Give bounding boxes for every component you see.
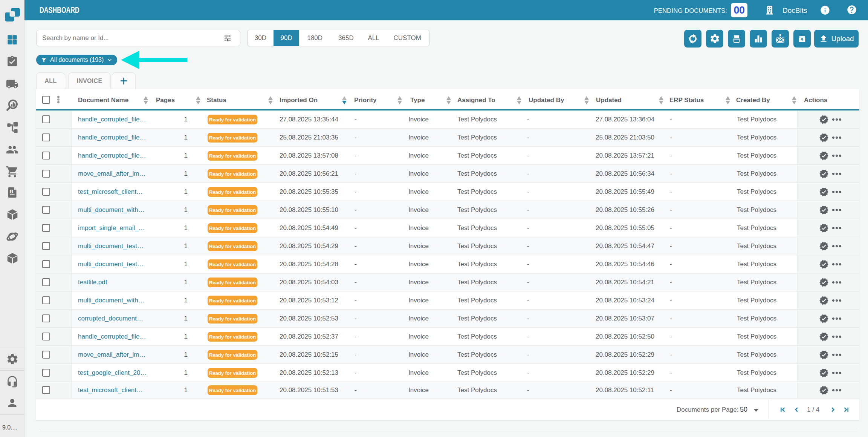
svg-text:$: $ — [11, 190, 12, 193]
